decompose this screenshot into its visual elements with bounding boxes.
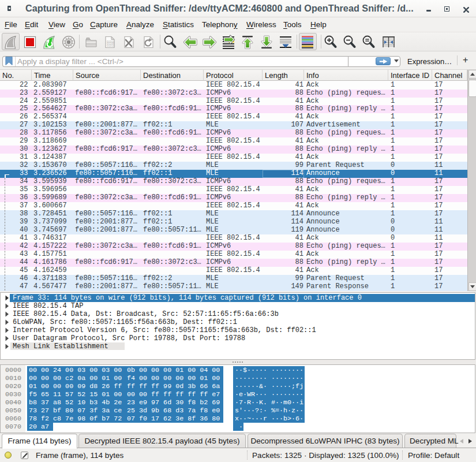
svg-text:01010: 01010 [107,44,115,47]
